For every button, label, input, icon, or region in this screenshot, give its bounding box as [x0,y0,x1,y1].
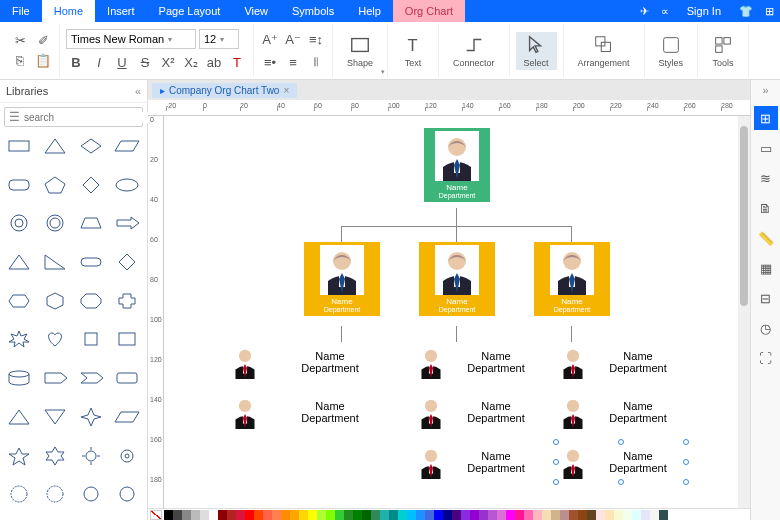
connector-tool[interactable]: Connector [445,32,503,70]
color-swatch[interactable] [245,510,254,520]
menu-symbols[interactable]: Symbols [280,0,346,22]
shape-para2[interactable] [111,404,144,430]
share-icon[interactable]: ∝ [655,0,675,22]
shape-cyl[interactable] [2,365,35,391]
cut-icon[interactable]: ✂ [10,31,30,51]
color-swatch[interactable] [200,510,209,520]
italic-button[interactable]: I [89,52,109,72]
color-swatch[interactable] [371,510,380,520]
shape-hex2[interactable] [38,288,71,314]
shirt-icon[interactable]: 👕 [733,0,759,22]
color-swatch[interactable] [362,510,371,520]
org-node-root[interactable]: Name Department [424,128,490,202]
color-swatch[interactable] [569,510,578,520]
theme-panel-icon[interactable]: ⊞ [754,106,778,130]
color-swatch[interactable] [254,510,263,520]
font-size-select[interactable]: 12▾ [199,29,239,49]
bullets-icon[interactable]: ≡• [260,52,280,72]
shape-oct[interactable] [75,288,108,314]
color-swatch[interactable] [290,510,299,520]
color-swatch[interactable] [308,510,317,520]
highlight-button[interactable]: ab [204,52,224,72]
color-swatch[interactable] [227,510,236,520]
send-icon[interactable]: ✈ [634,0,655,22]
vertical-scrollbar[interactable] [738,116,750,508]
shape-card[interactable] [111,365,144,391]
shape-ring[interactable] [38,210,71,236]
color-swatch[interactable] [524,510,533,520]
line-spacing-icon[interactable]: ≡↕ [306,29,326,49]
shape-trapezoid[interactable] [75,210,108,236]
ruler-panel-icon[interactable]: 📏 [754,226,778,250]
color-swatch[interactable] [497,510,506,520]
color-swatch[interactable] [515,510,524,520]
shape-roundrect[interactable] [2,172,35,198]
org-node-l3-c1-0[interactable]: NameDepartment [228,342,398,382]
color-swatch[interactable] [533,510,542,520]
shape-tri4[interactable] [38,404,71,430]
color-swatch[interactable] [389,510,398,520]
color-swatch[interactable] [632,510,641,520]
shape-star6[interactable] [38,443,71,469]
org-node-l3-c3-0[interactable]: NameDepartment [556,342,686,382]
help-panel-icon[interactable]: ◷ [754,316,778,340]
shape-diamond2[interactable] [111,249,144,275]
page-panel-icon[interactable]: 🗎 [754,196,778,220]
text-tool[interactable]: TText [394,32,432,70]
shape-star4[interactable] [75,404,108,430]
strike-button[interactable]: S [135,52,155,72]
shape-chev[interactable] [75,365,108,391]
no-fill-swatch[interactable] [150,510,162,520]
selection-handles[interactable] [556,442,686,482]
color-swatch[interactable] [353,510,362,520]
styles-tool[interactable]: Styles [651,32,692,70]
canvas[interactable]: Name Department NameDepartment NameDepar… [164,116,750,520]
shape-tri2[interactable] [2,249,35,275]
color-swatch[interactable] [470,510,479,520]
color-swatch[interactable] [344,510,353,520]
settings-panel-icon[interactable]: ⊟ [754,286,778,310]
color-swatch[interactable] [479,510,488,520]
arrangement-tool[interactable]: Arrangement [570,32,638,70]
color-swatch[interactable] [164,510,173,520]
color-swatch[interactable] [614,510,623,520]
color-swatch[interactable] [641,510,650,520]
color-swatch[interactable] [461,510,470,520]
color-swatch[interactable] [317,510,326,520]
shape-rhombus[interactable] [75,133,108,159]
org-node-l3-c2-2[interactable]: NameDepartment [414,442,544,482]
color-swatch[interactable] [560,510,569,520]
select-tool[interactable]: Select [516,32,557,70]
tools-tool[interactable]: Tools [704,32,742,70]
color-swatch[interactable] [488,510,497,520]
menu-page-layout[interactable]: Page Layout [147,0,233,22]
color-swatch[interactable] [506,510,515,520]
search-input[interactable] [24,112,151,123]
expand-panel-icon[interactable]: ⛶ [754,346,778,370]
color-swatch[interactable] [173,510,182,520]
collapse-right-icon[interactable]: » [762,84,768,96]
color-swatch[interactable] [659,510,668,520]
org-node-l2-0[interactable]: NameDepartment [304,242,380,316]
shape-diamond[interactable] [75,172,108,198]
org-node-l2-2[interactable]: NameDepartment [534,242,610,316]
shape-seal2[interactable] [38,481,71,507]
shape-tool[interactable]: Shape [339,32,381,70]
format-painter-icon[interactable]: ✐ [33,31,53,51]
shape-pill[interactable] [75,249,108,275]
color-swatch[interactable] [596,510,605,520]
color-swatch[interactable] [407,510,416,520]
increase-font-icon[interactable]: A⁺ [260,29,280,49]
grid-panel-icon[interactable]: ▦ [754,256,778,280]
color-swatch[interactable] [623,510,632,520]
menu-insert[interactable]: Insert [95,0,147,22]
color-swatch[interactable] [452,510,461,520]
menu-file[interactable]: File [0,0,42,22]
shape-ellipse[interactable] [111,172,144,198]
color-swatch[interactable] [551,510,560,520]
shape-doc[interactable] [111,326,144,352]
shape-star5[interactable] [2,443,35,469]
color-swatch[interactable] [542,510,551,520]
color-swatch[interactable] [272,510,281,520]
superscript-button[interactable]: X² [158,52,178,72]
